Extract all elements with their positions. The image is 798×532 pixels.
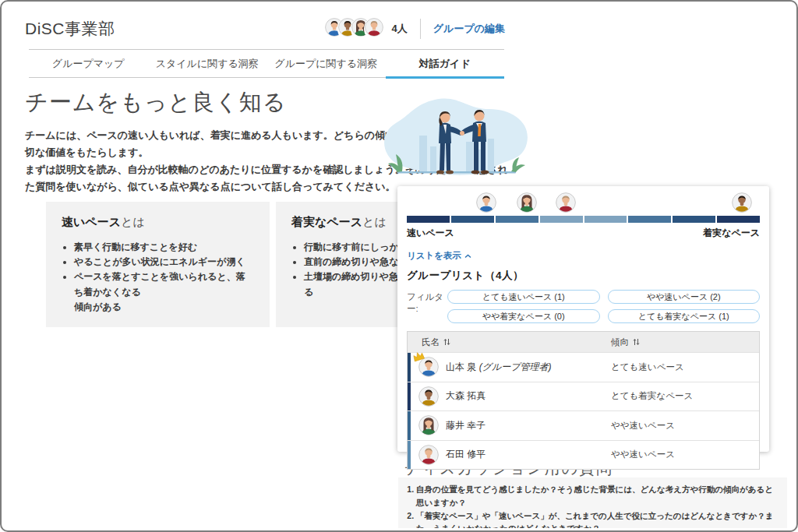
member-table-header: 氏名 傾向 [408, 332, 759, 352]
scale-avatar [476, 192, 496, 216]
row-accent-bar [408, 441, 411, 470]
member-tendency: とても着実なペース [608, 390, 759, 402]
member-avatar-icon [556, 192, 576, 213]
filter-pill-1[interactable]: とても速いペース (1) [447, 290, 600, 304]
sort-icon [633, 338, 640, 346]
scale-avatar-strip [407, 192, 760, 214]
scale-labels: 速いペース 着実なペース [407, 227, 760, 240]
discussion-question: 「着実なペース」や「速いペース」が、これまでの人生で役に立ったのはどんなときです… [416, 509, 779, 528]
tab-1[interactable]: グループマップ [29, 50, 148, 77]
header-right: 4人 グループの編集 [324, 17, 505, 41]
tab-2[interactable]: スタイルに関する洞察 [148, 50, 267, 77]
member-name-cell: 石田 修平 [408, 445, 608, 465]
scale-avatar [732, 192, 752, 216]
scale-avatar [556, 192, 576, 216]
handshake-illustration [374, 89, 534, 195]
member-name-cell: 山本 泉 (グループ管理者) [408, 357, 608, 377]
header-divider [420, 19, 421, 39]
member-avatar-icon [732, 192, 752, 213]
edit-group-link[interactable]: グループの編集 [433, 22, 505, 36]
sort-icon [443, 338, 450, 346]
member-name-cell: 大森 拓真 [408, 386, 608, 407]
scale-avatar [517, 192, 537, 216]
scale-segment-2 [451, 216, 494, 223]
app-window: DiSC事業部 [0, 0, 798, 532]
member-name: 石田 修平 [446, 448, 486, 461]
member-table: 氏名 傾向 [407, 331, 760, 470]
header-avatar [364, 17, 384, 41]
discussion-questions: 自身の位置を見てどう感じましたか？そう感じた背景には、どんな考え方や行動の傾向が… [398, 477, 787, 528]
pace-box-title: 速いペースとは [62, 215, 254, 230]
chevron-up-icon [464, 254, 471, 259]
filter-pill-2[interactable]: やや速いペース (2) [608, 290, 761, 304]
member-avatar-icon [418, 415, 439, 435]
tab-4[interactable]: 対話ガイド [386, 50, 505, 77]
scale-segment-7 [673, 216, 715, 223]
pace-bullet: 素早く行動に移すことを好む [74, 240, 254, 255]
member-tendency: やや速いペース [608, 420, 759, 432]
filter-label: フィルター: [407, 290, 447, 323]
member-avatar-icon [365, 18, 383, 37]
list-toggle-label: リストを表示 [407, 250, 461, 262]
sort-by-tendency[interactable]: 傾向 [608, 336, 759, 348]
member-count: 4人 [392, 22, 408, 36]
section-heading: チームをもっと良く知る [25, 87, 286, 118]
group-header: DiSC事業部 [25, 12, 505, 45]
member-tendency: とても速いペース [608, 361, 759, 373]
member-avatar-stack [324, 17, 384, 41]
column-tendency-label: 傾向 [611, 336, 629, 348]
filter-pill-4[interactable]: とても着実なペース (1) [608, 309, 761, 323]
scale-segment-3 [496, 216, 538, 223]
member-name: 山本 泉 (グループ管理者) [446, 361, 552, 374]
scale-segment-5 [584, 216, 627, 223]
scale-label-left: 速いペース [407, 227, 454, 240]
member-avatar-icon [517, 192, 537, 213]
row-accent-bar [408, 353, 411, 382]
member-name-cell: 藤井 幸子 [408, 415, 608, 435]
group-list-heading: グループリスト（4人） [407, 269, 760, 283]
sort-by-name[interactable]: 氏名 [408, 336, 608, 348]
member-row[interactable]: 山本 泉 (グループ管理者) とても速いペース [408, 352, 759, 382]
row-accent-bar [408, 411, 411, 440]
page-title: DiSC事業部 [25, 18, 115, 40]
tab-3[interactable]: グループに関する洞察 [267, 50, 386, 77]
scale-segment-1 [407, 216, 450, 223]
pace-bullet: やることが多い状況にエネルギーが湧く [74, 255, 254, 270]
member-row[interactable]: 大森 拓真 とても着実なペース [408, 382, 759, 411]
pace-bullet: ペースを落とすことを強いられると、落ち着かなくなる 傾向がある [74, 270, 254, 315]
list-toggle-link[interactable]: リストを表示 [407, 250, 471, 262]
scale-segment-4 [540, 216, 583, 223]
member-row[interactable]: 藤井 幸子 やや速いペース [408, 410, 759, 440]
filter-row: フィルター: とても速いペース (1)やや速いペース (2)やや着実なペース (… [407, 290, 760, 323]
member-avatar-icon [476, 192, 496, 213]
member-row[interactable]: 石田 修平 やや速いペース [408, 440, 759, 470]
filter-pill-3[interactable]: やや着実なペース (0) [447, 309, 600, 323]
member-name: 大森 拓真 [446, 389, 486, 403]
scale-segment-6 [628, 216, 671, 223]
member-avatar-icon [418, 445, 439, 465]
member-avatar-icon [418, 386, 439, 407]
pace-scale-bar [407, 216, 760, 223]
member-role-suffix: (グループ管理者) [479, 361, 552, 372]
tabbar: グループマップスタイルに関する洞察グループに関する洞察対話ガイド [29, 49, 504, 78]
discussion-question: 自身の位置を見てどう感じましたか？そう感じた背景には、どんな考え方や行動の傾向が… [416, 483, 779, 509]
column-name-label: 氏名 [422, 336, 440, 348]
filter-pills: とても速いペース (1)やや速いペース (2)やや着実なペース (0)とても着実… [447, 290, 760, 323]
group-list-panel: 速いペース 着実なペース リストを表示 グループリスト（4人） フィルター: と… [397, 186, 769, 452]
member-name: 藤井 幸子 [446, 419, 486, 432]
member-tendency: やや速いペース [608, 449, 759, 460]
scale-segment-8 [717, 216, 760, 223]
pace-box-1: 速いペースとは素早く行動に移すことを好むやることが多い状況にエネルギーが湧くペー… [46, 202, 270, 327]
row-accent-bar [408, 382, 411, 411]
scale-label-right: 着実なペース [703, 227, 760, 240]
